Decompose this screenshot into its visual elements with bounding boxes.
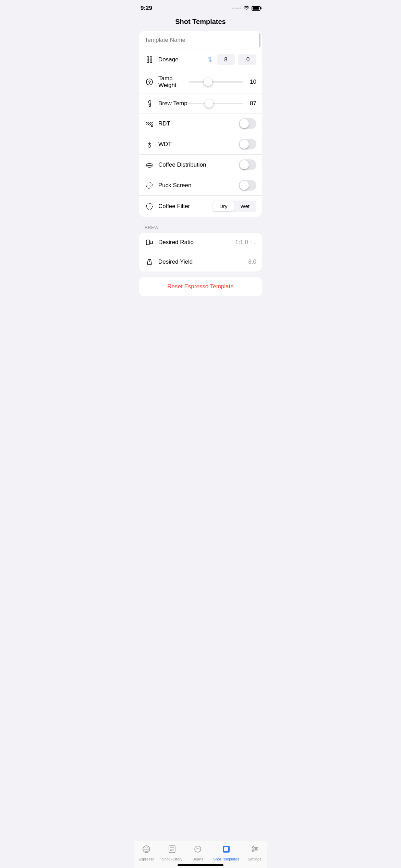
dosage-row: Dosage ⇅ 8 .0	[139, 49, 262, 70]
coffee-filter-segment: Dry Wet	[212, 201, 256, 212]
wdt-toggle[interactable]	[239, 139, 256, 149]
dosage-whole-input[interactable]: 8	[217, 54, 235, 65]
rdt-toggle[interactable]	[239, 118, 256, 129]
desired-ratio-value: 1:1.0 ⌃⌄	[235, 239, 256, 246]
puck-screen-icon	[145, 181, 154, 190]
brew-temp-icon	[145, 99, 154, 108]
coffee-filter-wet-btn[interactable]: Wet	[234, 201, 256, 211]
coffee-filter-icon	[145, 202, 154, 211]
tamp-weight-slider[interactable]	[189, 81, 243, 83]
wifi-icon	[243, 5, 250, 11]
page-title: Shot Templates	[134, 14, 267, 31]
brew-temp-slider[interactable]	[189, 103, 243, 104]
signal-icon	[232, 8, 241, 9]
scroll-indicator	[259, 33, 260, 47]
svg-point-17	[149, 185, 150, 186]
brew-temp-slider-container: 87	[189, 100, 256, 107]
reset-button-label: Reset Espresso Template	[167, 283, 233, 290]
brew-card: Desired Ratio 1:1.0 ⌃⌄ Desired Yield 8.0	[139, 233, 262, 272]
rdt-row: RDT	[139, 113, 262, 134]
coffee-distribution-row: Coffee Distribution	[139, 155, 262, 175]
dosage-controls: ⇅ 8 .0	[207, 54, 256, 65]
desired-ratio-row[interactable]: Desired Ratio 1:1.0 ⌃⌄	[139, 233, 262, 252]
svg-point-18	[146, 203, 153, 209]
dosage-label: Dosage	[158, 56, 207, 63]
svg-point-21	[149, 260, 150, 262]
puck-screen-toggle[interactable]	[239, 180, 256, 191]
desired-ratio-label: Desired Ratio	[158, 239, 235, 246]
desired-yield-row: Desired Yield 8.0	[139, 252, 262, 272]
puck-screen-toggle-slider	[239, 180, 256, 191]
wdt-row: WDT	[139, 134, 262, 155]
svg-rect-19	[146, 240, 149, 245]
status-time: 9:29	[141, 5, 152, 12]
wdt-icon	[145, 140, 154, 149]
tamp-slider-container: 10	[189, 79, 256, 85]
rdt-icon	[145, 119, 154, 129]
coffee-filter-dry-btn[interactable]: Dry	[213, 201, 233, 211]
brew-temp-value: 87	[247, 100, 256, 107]
desired-yield-label: Desired Yield	[158, 258, 248, 265]
coffee-distribution-label: Coffee Distribution	[158, 161, 239, 168]
svg-point-14	[147, 164, 152, 166]
status-icons	[232, 5, 260, 11]
desired-ratio-icon	[145, 238, 154, 247]
battery-icon	[252, 6, 260, 11]
desired-yield-icon	[145, 257, 154, 267]
template-name-row[interactable]	[139, 31, 262, 49]
brew-temp-label: Brew Temp	[158, 100, 189, 107]
svg-point-8	[148, 145, 151, 147]
rdt-toggle-slider	[239, 118, 256, 129]
coffee-distribution-toggle-slider	[239, 159, 256, 170]
coffee-distribution-icon	[145, 160, 154, 170]
puck-screen-row: Puck Screen	[139, 175, 262, 196]
svg-point-15	[146, 182, 153, 189]
brew-temp-row: Brew Temp 87	[139, 94, 262, 113]
svg-point-16	[148, 184, 151, 187]
tamp-weight-label: Tamp Weight	[158, 75, 189, 89]
status-bar: 9:29	[134, 0, 267, 14]
coffee-filter-label: Coffee Filter	[158, 203, 212, 210]
reset-espresso-template-button[interactable]: Reset Espresso Template	[139, 277, 262, 296]
svg-point-6	[151, 125, 153, 126]
ratio-chevron-icon: ⌃⌄	[250, 240, 256, 245]
dosage-decimal-input[interactable]: .0	[238, 54, 256, 65]
wdt-label: WDT	[158, 141, 239, 148]
rdt-label: RDT	[158, 120, 239, 127]
template-name-input[interactable]	[139, 31, 262, 49]
tamp-weight-row: Tamp Weight 10	[139, 70, 262, 94]
puck-screen-label: Puck Screen	[158, 182, 239, 189]
coffee-filter-row: Coffee Filter Dry Wet	[139, 196, 262, 217]
main-form-card: Dosage ⇅ 8 .0 Tamp Weight 10	[139, 31, 262, 217]
svg-rect-20	[150, 241, 153, 244]
coffee-distribution-toggle[interactable]	[239, 159, 256, 170]
desired-yield-value: 8.0	[248, 258, 256, 265]
tamp-weight-value: 10	[247, 79, 256, 85]
tamp-icon	[145, 77, 154, 87]
sort-arrows-icon[interactable]: ⇅	[207, 56, 212, 63]
brew-section-label: BREW	[134, 222, 267, 233]
dosage-icon	[145, 55, 154, 64]
wdt-toggle-slider	[239, 139, 256, 149]
